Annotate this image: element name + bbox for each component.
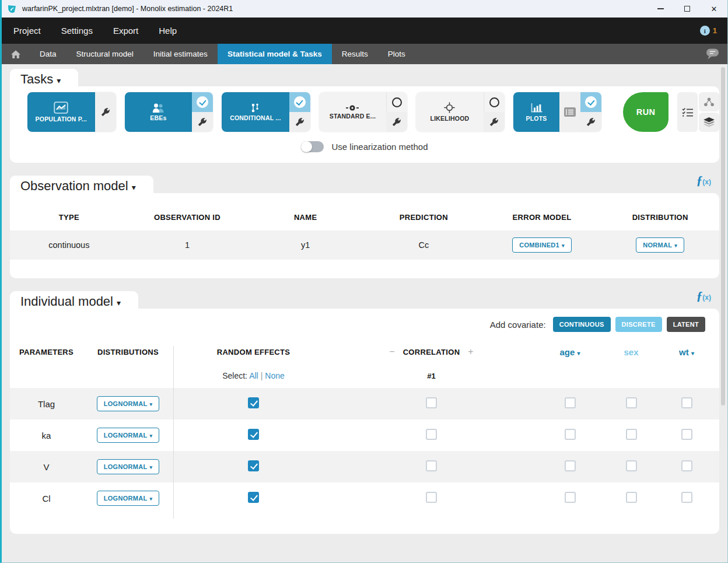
task-likelihood-button[interactable]: LIKELIHOOD: [416, 92, 505, 132]
correlation-checkbox-V[interactable]: [426, 460, 437, 471]
workflow-button[interactable]: [699, 92, 719, 111]
tasks-section-header[interactable]: Tasks▾: [10, 69, 78, 87]
covariate-checkbox-wt-V[interactable]: [681, 460, 692, 471]
correlation-remove-button[interactable]: −: [389, 347, 394, 357]
layers-icon: [704, 117, 715, 127]
distribution-dropdown-Tlag[interactable]: LOGNORMAL▾: [97, 396, 160, 411]
tab-data[interactable]: Data: [30, 44, 66, 64]
tab-initial-estimates[interactable]: Initial estimates: [144, 44, 218, 64]
correlation-add-button[interactable]: +: [468, 347, 473, 357]
select-all-link[interactable]: All: [249, 371, 258, 380]
select-separator: |: [261, 371, 263, 380]
linearization-toggle[interactable]: [301, 141, 324, 152]
distribution-dropdown-Cl[interactable]: LOGNORMAL▾: [97, 491, 160, 506]
covariate-checkbox-sex-Cl[interactable]: [626, 492, 637, 503]
add-latent-covariate-button[interactable]: LATENT: [667, 317, 705, 332]
task-likelihood-checkbox[interactable]: [484, 92, 505, 112]
task-ebes-checkbox[interactable]: [192, 92, 213, 112]
individual-model-section: Individual model▾ ƒ(x) Add covariate: CO…: [10, 291, 719, 534]
covariate-checkbox-sex-ka[interactable]: [626, 429, 637, 440]
covariate-checkbox-wt-ka[interactable]: [681, 429, 692, 440]
run-button[interactable]: RUN: [623, 92, 668, 132]
random-effect-checkbox-ka[interactable]: [248, 429, 259, 440]
close-button[interactable]: ✕: [701, 0, 727, 18]
task-standard-errors-button[interactable]: STANDARD E...: [319, 92, 408, 132]
caret-down-icon: ▾: [149, 401, 152, 407]
covariate-checkbox-wt-Cl[interactable]: [681, 492, 692, 503]
select-label: Select:: [222, 371, 247, 380]
checklist-icon: [682, 107, 694, 117]
tab-results[interactable]: Results: [332, 44, 378, 64]
observation-model-body: TYPE OBSERVATION ID NAME PREDICTION ERRO…: [10, 193, 719, 278]
plots-list-settings-button[interactable]: [559, 92, 580, 132]
task-label: POPULATION P...: [36, 116, 87, 123]
observation-model-header[interactable]: Observation model▾: [10, 176, 153, 194]
caret-down-icon: ▾: [149, 496, 152, 502]
individual-formula-button[interactable]: ƒ(x): [696, 289, 711, 303]
random-effect-checkbox-V[interactable]: [248, 460, 259, 471]
empty-circle-icon: [392, 97, 402, 107]
task-settings-wrench-icon[interactable]: [192, 112, 213, 132]
tab-home[interactable]: [2, 44, 30, 64]
covariate-wt-dropdown[interactable]: wt ▾: [679, 347, 694, 357]
correlation-checkbox-Cl[interactable]: [426, 492, 437, 503]
menu-item-help[interactable]: Help: [159, 26, 177, 36]
distribution-dropdown[interactable]: NORMAL▾: [636, 237, 684, 253]
covariate-age-dropdown[interactable]: age ▾: [559, 347, 580, 357]
maximize-icon: [684, 6, 690, 12]
observation-table-header: TYPE OBSERVATION ID NAME PREDICTION ERRO…: [10, 204, 719, 230]
task-settings-wrench-icon[interactable]: [386, 112, 407, 132]
random-effect-checkbox-Tlag[interactable]: [248, 397, 259, 408]
window-title: warfarinPK_project.mlxtran [demo] - Mono…: [22, 5, 233, 13]
add-continuous-covariate-button[interactable]: CONTINUOUS: [553, 317, 611, 332]
task-conditional-checkbox[interactable]: [289, 92, 310, 112]
tab-plots[interactable]: Plots: [378, 44, 415, 64]
minimize-button[interactable]: [647, 0, 674, 18]
task-settings-wrench-icon[interactable]: [484, 112, 505, 132]
covariate-checkbox-age-V[interactable]: [565, 460, 576, 471]
task-plots-button[interactable]: PLOTS: [513, 92, 602, 132]
tab-statistical-model-tasks[interactable]: Statistical model & Tasks: [218, 44, 332, 64]
add-discrete-covariate-button[interactable]: DISCRETE: [615, 317, 662, 332]
vertical-scrollbar[interactable]: [721, 67, 725, 405]
individual-collapse-caret-icon: ▾: [117, 298, 121, 307]
column-header-name: NAME: [294, 213, 317, 222]
parameter-name: Tlag: [38, 399, 55, 409]
covariate-checkbox-age-Cl[interactable]: [565, 492, 576, 503]
covariate-checkbox-sex-V[interactable]: [626, 460, 637, 471]
maximize-button[interactable]: [674, 0, 701, 18]
task-checklist-button[interactable]: [677, 92, 698, 132]
tasks-collapse-caret-icon: ▾: [57, 76, 61, 85]
layers-button[interactable]: [699, 113, 719, 132]
task-settings-wrench-icon[interactable]: [95, 92, 116, 132]
notification-count: 1: [713, 26, 717, 35]
menu-item-settings[interactable]: Settings: [61, 26, 93, 36]
covariate-checkbox-sex-Tlag[interactable]: [626, 397, 637, 408]
correlation-checkbox-Tlag[interactable]: [426, 397, 437, 408]
select-none-link[interactable]: None: [265, 371, 284, 380]
task-settings-wrench-icon[interactable]: [289, 112, 310, 132]
covariate-checkbox-age-Tlag[interactable]: [565, 397, 576, 408]
correlation-checkbox-ka[interactable]: [426, 429, 437, 440]
tab-structural-model[interactable]: Structural model: [66, 44, 144, 64]
covariate-checkbox-age-ka[interactable]: [565, 429, 576, 440]
task-settings-wrench-icon[interactable]: [580, 112, 601, 132]
task-plots-checkbox[interactable]: [580, 92, 601, 112]
task-population-parameters-button[interactable]: POPULATION P...: [27, 92, 116, 132]
task-ebes-button[interactable]: EBEs: [125, 92, 214, 132]
task-conditional-distribution-button[interactable]: CONDITIONAL ...: [222, 92, 310, 132]
random-effect-checkbox-Cl[interactable]: [248, 492, 259, 503]
observation-formula-button[interactable]: ƒ(x): [696, 173, 711, 188]
distribution-dropdown-V[interactable]: LOGNORMAL▾: [97, 459, 160, 474]
menu-item-project[interactable]: Project: [13, 26, 41, 36]
task-standard-errors-checkbox[interactable]: [386, 92, 407, 112]
menu-item-export[interactable]: Export: [113, 26, 138, 36]
caret-down-icon: ▾: [674, 243, 677, 249]
distribution-dropdown-ka[interactable]: LOGNORMAL▾: [97, 428, 160, 443]
node-icon: [346, 105, 359, 111]
individual-model-header[interactable]: Individual model▾: [10, 291, 138, 309]
info-icon[interactable]: i: [700, 26, 710, 36]
error-model-dropdown[interactable]: COMBINED1▾: [512, 237, 572, 253]
chat-icon[interactable]: [706, 48, 719, 60]
covariate-checkbox-wt-Tlag[interactable]: [681, 397, 692, 408]
